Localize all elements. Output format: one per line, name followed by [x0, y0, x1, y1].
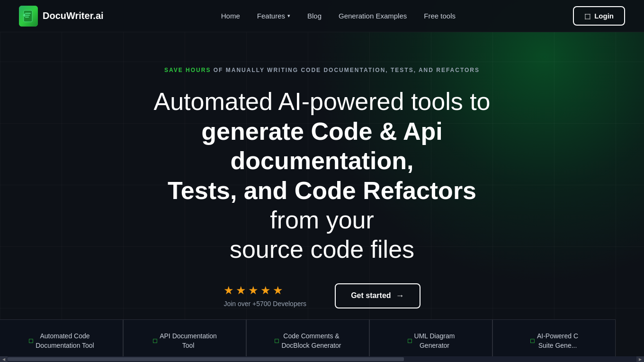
hero-title: Automated AI-powered tools to generate C… [142, 87, 502, 264]
hero-title-normal: Automated AI-powered tools to [153, 88, 490, 115]
feature-cards-row: ◻ Automated CodeDocumentation Tool ◻ API… [0, 319, 644, 362]
star-1: ★ [224, 284, 234, 297]
feature-icon-0: ◻ [28, 336, 34, 345]
scrollbar-right-button[interactable]: ▶ [636, 356, 644, 362]
feature-label-3: UML DiagramGenerator [414, 332, 455, 350]
login-icon: ⬚ [584, 12, 590, 20]
feature-icon-4: ◻ [530, 336, 535, 345]
feature-label-1: API DocumentationTool [160, 332, 217, 350]
hero-cta-group: ★ ★ ★ ★ ★ Join over +5700 Developers Get… [142, 283, 502, 308]
feature-label-0: Automated CodeDocumentation Tool [36, 332, 94, 350]
navbar: DocuWriter.ai Home Features ▾ Blog Gener… [0, 0, 644, 32]
arrow-right-icon: → [396, 291, 404, 301]
stars-group: ★ ★ ★ ★ ★ Join over +5700 Developers [224, 284, 306, 308]
hero-tagline: SAVE HOURS OF MANUALLY WRITING CODE DOCU… [142, 67, 502, 73]
svg-rect-1 [25, 13, 31, 14]
get-started-label: Get started [351, 291, 391, 300]
feature-icon-3: ◻ [407, 336, 412, 345]
logo-icon [19, 6, 38, 27]
scrollbar-thumb [8, 357, 404, 361]
tagline-rest: OF MANUALLY WRITING CODE DOCUMENTATION, … [214, 67, 480, 73]
logo-text: DocuWriter.ai [43, 10, 104, 21]
get-started-button[interactable]: Get started → [335, 283, 420, 308]
svg-rect-2 [25, 15, 30, 16]
star-3: ★ [248, 284, 259, 297]
nav-generation-examples[interactable]: Generation Examples [339, 12, 407, 20]
feature-icon-1: ◻ [152, 336, 158, 345]
star-5: ★ [273, 284, 283, 297]
login-button[interactable]: ⬚ Login [573, 6, 625, 26]
svg-rect-3 [25, 17, 29, 18]
hero-title-bold: generate Code & Api documentation,Tests,… [168, 118, 476, 204]
chevron-down-icon: ▾ [287, 13, 290, 19]
feature-card-1[interactable]: ◻ API DocumentationTool [123, 319, 246, 362]
feature-card-0[interactable]: ◻ Automated CodeDocumentation Tool [0, 319, 123, 362]
hero-section: SAVE HOURS OF MANUALLY WRITING CODE DOCU… [0, 0, 644, 362]
tagline-highlight: SAVE HOURS [164, 67, 211, 73]
scrollbar-track[interactable] [8, 357, 636, 361]
login-label: Login [594, 12, 614, 20]
star-2: ★ [236, 284, 246, 297]
nav-features[interactable]: Features ▾ [257, 12, 290, 20]
feature-card-2[interactable]: ◻ Code Comments &DocBlock Generator [246, 319, 369, 362]
nav-blog[interactable]: Blog [307, 12, 322, 20]
feature-label-2: Code Comments &DocBlock Generator [281, 332, 341, 350]
hero-title-end: from yoursource code files [230, 206, 414, 263]
nav-free-tools[interactable]: Free tools [424, 12, 456, 20]
feature-card-3[interactable]: ◻ UML DiagramGenerator [369, 319, 492, 362]
star-4: ★ [260, 284, 271, 297]
logo-link[interactable]: DocuWriter.ai [19, 6, 104, 27]
horizontal-scrollbar[interactable]: ◀ ▶ [0, 356, 644, 362]
hero-content: SAVE HOURS OF MANUALLY WRITING CODE DOCU… [133, 67, 511, 308]
feature-icon-2: ◻ [274, 336, 279, 345]
feature-label-4: AI-Powered CSuite Gene... [537, 332, 578, 350]
nav-home[interactable]: Home [221, 12, 240, 20]
scrollbar-left-button[interactable]: ◀ [0, 356, 8, 362]
stars-label: Join over +5700 Developers [224, 300, 306, 308]
main-nav: Home Features ▾ Blog Generation Examples… [221, 12, 456, 20]
stars-row: ★ ★ ★ ★ ★ [224, 284, 283, 297]
feature-card-4[interactable]: ◻ AI-Powered CSuite Gene... [492, 319, 616, 362]
